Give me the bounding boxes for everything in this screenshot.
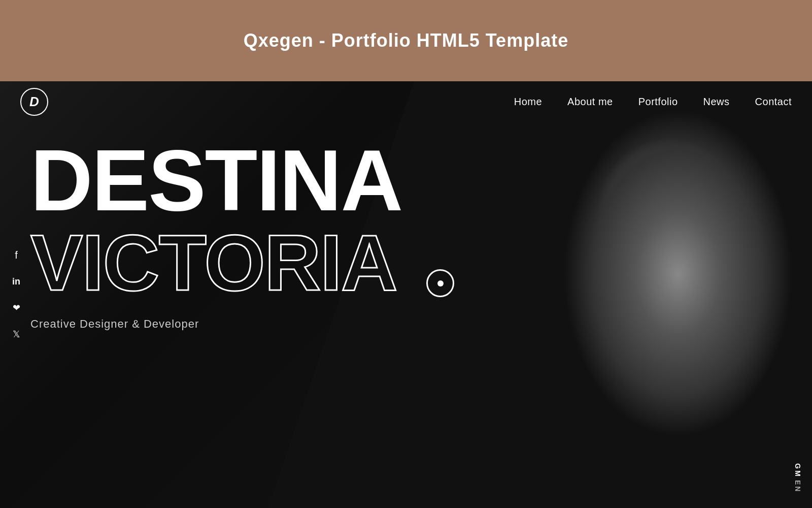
nav-item-about[interactable]: About me	[567, 96, 613, 108]
browser-bar: Qxegen - Portfolio HTML5 Template	[0, 0, 812, 81]
nav-item-home[interactable]: Home	[514, 96, 542, 108]
browser-title: Qxegen - Portfolio HTML5 Template	[244, 30, 568, 51]
circle-dot-decoration	[426, 269, 454, 297]
nav-link-about[interactable]: About me	[567, 96, 613, 107]
hero-subtitle: Creative Designer & Developer	[30, 318, 402, 331]
hero-last-name: VICTORIA	[30, 224, 402, 302]
navbar: D Home About me Portfolio News Contact	[0, 81, 812, 122]
nav-item-portfolio[interactable]: Portfolio	[638, 96, 678, 108]
twitter-icon[interactable]: 𝕏	[10, 329, 22, 340]
logo-text: D	[29, 94, 39, 110]
website-preview: D Home About me Portfolio News Contact D…	[0, 81, 812, 508]
circle-dot-inner	[437, 280, 444, 287]
lang-gm: GM	[794, 463, 802, 478]
language-indicator: GM EN	[794, 463, 802, 493]
nav-link-portfolio[interactable]: Portfolio	[638, 96, 678, 107]
hero-first-name: DESTINA	[30, 137, 402, 224]
hero-content: DESTINA VICTORIA Creative Designer & Dev…	[30, 137, 402, 331]
nav-links: Home About me Portfolio News Contact	[514, 96, 792, 108]
nav-item-news[interactable]: News	[703, 96, 730, 108]
facebook-icon[interactable]: f	[10, 249, 22, 261]
nav-link-home[interactable]: Home	[514, 96, 542, 107]
nav-link-contact[interactable]: Contact	[755, 96, 792, 107]
nav-item-contact[interactable]: Contact	[755, 96, 792, 108]
social-sidebar: f in ❤ 𝕏	[0, 239, 32, 350]
linkedin-icon[interactable]: in	[10, 276, 22, 287]
logo[interactable]: D	[20, 88, 48, 116]
pinterest-icon[interactable]: ❤	[10, 302, 22, 313]
nav-link-news[interactable]: News	[703, 96, 730, 107]
lang-en: EN	[794, 480, 802, 493]
